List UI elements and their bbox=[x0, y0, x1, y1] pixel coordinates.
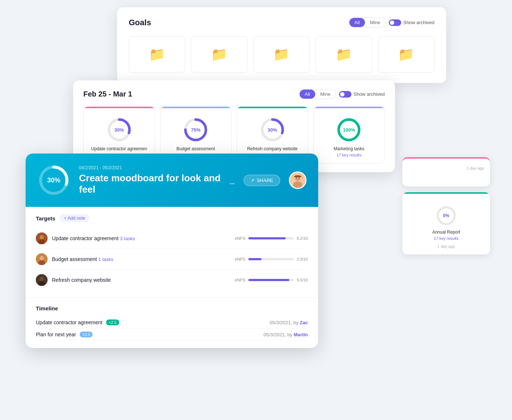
timeline-row-left-1: Update contractor agreement +2.5 bbox=[36, 319, 119, 325]
timeline-title: Timeline bbox=[36, 305, 308, 311]
side-card-donut-label: 0% bbox=[443, 213, 449, 218]
detail-more-button[interactable]: ··· bbox=[229, 180, 235, 188]
timeline-person-2: Martin bbox=[294, 332, 308, 337]
timeline-row-1: Update contractor agreement +2.5 05/3/20… bbox=[36, 317, 308, 329]
metric-bar-fill-2 bbox=[248, 258, 261, 260]
svg-point-22 bbox=[39, 256, 44, 260]
side-card-name: Annual Report bbox=[432, 230, 460, 235]
timeline-item-name-2: Plan for next year bbox=[36, 332, 76, 337]
timeline-badge-1: +2.5 bbox=[106, 319, 119, 325]
target-row-1: Update contractor agreement 3 tasks eNPS… bbox=[36, 228, 308, 249]
side-card-pink[interactable]: 1 day ago bbox=[402, 157, 490, 186]
donut-label: 75% bbox=[191, 127, 200, 133]
goal-card-name: Budget assessment bbox=[177, 146, 215, 151]
side-card-body: 0% Annual Report 17 key results 1 day ag… bbox=[408, 198, 484, 249]
metric-bar-bg-3 bbox=[248, 279, 294, 281]
share-icon: ↗ bbox=[251, 178, 255, 183]
goal-card-4[interactable]: 100% Marketing tasks 17 key results bbox=[313, 106, 385, 163]
goals-tab-all[interactable]: All bbox=[349, 18, 365, 27]
side-card-sub: 17 key results bbox=[434, 236, 459, 241]
targets-title: Targets bbox=[36, 215, 55, 222]
detail-panel-header: 30% 04/2/2021 - 05/2/2021 Create moodboa… bbox=[26, 154, 318, 207]
week-archive-label: Show archived bbox=[354, 91, 385, 97]
metric-bar-bg-1 bbox=[248, 237, 294, 239]
folder-item[interactable]: 📁 bbox=[316, 36, 372, 73]
goals-archive-label: Show archived bbox=[403, 20, 434, 25]
timeline-person-1: Zac bbox=[300, 320, 308, 325]
detail-panel: 30% 04/2/2021 - 05/2/2021 Create moodboa… bbox=[26, 154, 318, 348]
target-avatar-1 bbox=[36, 232, 48, 244]
add-note-button[interactable]: + Add note bbox=[60, 214, 90, 222]
metric-value-2: 2.9/10 bbox=[297, 257, 308, 261]
avatar bbox=[289, 171, 306, 189]
donut-chart: 100% bbox=[336, 117, 362, 143]
metric-label-1: eNPS bbox=[235, 236, 245, 241]
timeline-item-name-1: Update contractor agreement bbox=[36, 319, 102, 325]
detail-panel-body: Targets + Add note Update contractor agr… bbox=[26, 207, 318, 348]
week-panel-title: Feb 25 - Mar 1 bbox=[83, 90, 132, 98]
target-name-2: Budget assessment 1 tasks bbox=[52, 256, 230, 262]
goals-folder-grid: 📁 📁 📁 📁 📁 bbox=[129, 36, 434, 73]
target-avatar-3 bbox=[36, 274, 48, 286]
detail-progress-ring: 30% bbox=[37, 164, 70, 197]
right-side-cards: 1 day ago 0% Annual Report 17 key result… bbox=[402, 157, 490, 254]
goal-card-name: Marketing tasks bbox=[334, 146, 364, 151]
folder-icon: 📁 bbox=[336, 47, 352, 62]
target-row-3: Refresh company website eNPS 9.0/10 bbox=[36, 270, 308, 290]
timeline-row-right-1: 05/3/2021, by Zac bbox=[270, 320, 308, 325]
timeline-section: Timeline Update contractor agreement +2.… bbox=[26, 298, 318, 348]
folder-icon: 📁 bbox=[398, 47, 414, 62]
goals-archive-toggle[interactable] bbox=[389, 19, 401, 26]
svg-point-19 bbox=[39, 235, 44, 239]
card-top-border bbox=[84, 107, 155, 108]
metric-value-1: 8.2/10 bbox=[297, 236, 308, 241]
target-tasks-link-2[interactable]: 1 tasks bbox=[98, 257, 113, 262]
metric-bar-fill-3 bbox=[248, 279, 289, 281]
folder-item[interactable]: 📁 bbox=[191, 36, 247, 73]
donut-chart: 30% bbox=[106, 117, 132, 143]
target-tasks-link-1[interactable]: 3 tasks bbox=[120, 236, 135, 241]
timeline-row-right-2: 05/3/2021, by Martin bbox=[264, 332, 308, 337]
week-tab-group[interactable]: All Mine bbox=[299, 89, 336, 99]
metric-bar-fill-1 bbox=[248, 237, 286, 239]
svg-point-16 bbox=[296, 178, 297, 179]
week-tab-mine[interactable]: Mine bbox=[315, 90, 336, 99]
folder-icon: 📁 bbox=[273, 47, 290, 62]
folder-item[interactable]: 📁 bbox=[129, 36, 185, 73]
side-card-annual-report[interactable]: 0% Annual Report 17 key results 1 day ag… bbox=[402, 192, 490, 254]
week-archive-toggle-row: Show archived bbox=[339, 91, 385, 98]
metric-bar-bg-2 bbox=[248, 258, 294, 260]
card-top-border bbox=[161, 107, 231, 108]
goal-card-name: Update contractor agreemen bbox=[91, 146, 147, 151]
svg-point-15 bbox=[293, 182, 302, 188]
donut-label: 100% bbox=[343, 127, 355, 133]
donut-chart: 30% bbox=[260, 117, 285, 143]
target-metric-2: eNPS 2.9/10 bbox=[235, 257, 308, 261]
targets-header: Targets + Add note bbox=[36, 214, 308, 222]
timeline-badge-2: +2.5 bbox=[80, 332, 93, 337]
target-metric-1: eNPS 8.2/10 bbox=[235, 236, 308, 241]
detail-header-text: 04/2/2021 - 05/2/2021 Create moodboard f… bbox=[79, 165, 235, 195]
side-card-donut: 0% bbox=[435, 205, 457, 227]
share-button[interactable]: ↗ SHARE bbox=[244, 175, 280, 186]
donut-label: 30% bbox=[268, 127, 277, 133]
target-row-2: Budget assessment 1 tasks eNPS 2.9/10 bbox=[36, 249, 308, 270]
target-metric-3: eNPS 9.0/10 bbox=[235, 278, 308, 282]
metric-label-3: eNPS bbox=[235, 278, 245, 282]
side-card-top-border bbox=[402, 192, 490, 194]
goals-tab-group[interactable]: All Mine bbox=[349, 18, 386, 27]
timeline-row-left-2: Plan for next year +2.5 bbox=[36, 332, 93, 337]
target-name-1: Update contractor agreement 3 tasks bbox=[52, 235, 230, 241]
timeline-row-2: Plan for next year +2.5 05/3/2021, by Ma… bbox=[36, 329, 308, 341]
folder-item[interactable]: 📁 bbox=[253, 36, 310, 73]
svg-point-25 bbox=[39, 277, 44, 281]
metric-label-2: eNPS bbox=[235, 257, 245, 261]
folder-icon: 📁 bbox=[149, 47, 165, 62]
week-tab-all[interactable]: All bbox=[300, 90, 315, 99]
goals-tab-mine[interactable]: Mine bbox=[365, 18, 385, 27]
folder-item[interactable]: 📁 bbox=[378, 36, 434, 73]
goal-card-name: Refresh company website bbox=[247, 146, 298, 151]
folder-icon: 📁 bbox=[211, 47, 227, 62]
week-archive-toggle[interactable] bbox=[339, 91, 351, 98]
goals-panel: Goals All Mine Show archived 📁 📁 📁 📁 📁 bbox=[117, 7, 446, 83]
